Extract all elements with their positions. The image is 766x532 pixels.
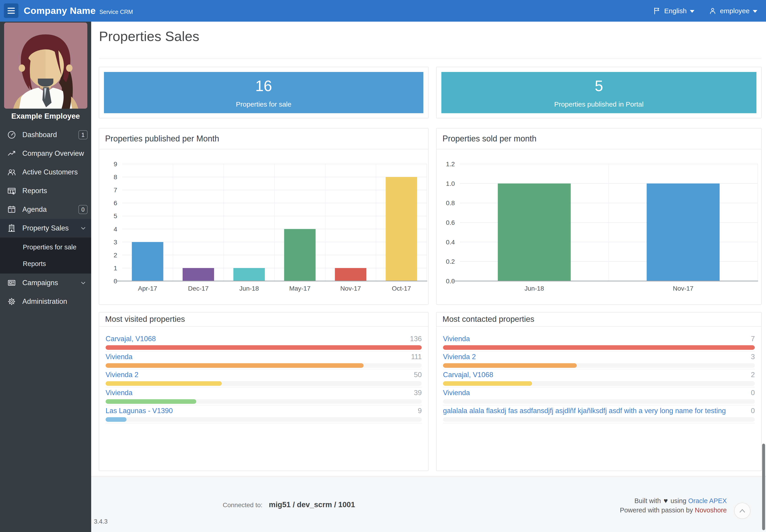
sidebar-nav: Dashboard1Company OverviewActive Custome…: [0, 125, 91, 311]
svg-text:Jun-18: Jun-18: [240, 285, 259, 292]
svg-text:May-17: May-17: [289, 285, 311, 292]
sidebar-item-label: Administration: [22, 297, 67, 306]
list-item-header: Carvajal, V10682: [443, 369, 755, 379]
progress-track: [443, 417, 755, 422]
sidebar-item-campaigns[interactable]: Campaigns: [0, 274, 91, 292]
page-scrollbar[interactable]: [762, 444, 765, 530]
property-link[interactable]: Vivienda: [443, 335, 470, 343]
list-item-header: Vivienda7: [443, 333, 755, 343]
bar-Nov-17: [647, 184, 720, 281]
hamburger-icon: [8, 8, 15, 9]
chart-title: Properties published per Month: [99, 128, 428, 149]
property-link[interactable]: Carvajal, V1068: [105, 335, 156, 343]
scroll-to-top-button[interactable]: [734, 503, 751, 519]
property-link[interactable]: Carvajal, V1068: [443, 371, 493, 379]
calendar-icon: 1: [7, 205, 16, 214]
progress-fill: [105, 417, 126, 422]
list-item-header: Carvajal, V1068136: [105, 333, 422, 343]
app-header: Company Name Service CRM English employe…: [0, 0, 766, 22]
svg-text:0.4: 0.4: [446, 239, 455, 246]
list-item-header: Vivienda111: [105, 351, 422, 361]
progress-track: [105, 345, 422, 350]
report-icon: [7, 186, 16, 196]
progress-fill: [105, 399, 196, 404]
list-item: Vivienda 23: [443, 351, 755, 369]
progress-track: [443, 345, 755, 350]
sidebar-item-active-customers[interactable]: Active Customers: [0, 163, 91, 182]
avatar: [4, 23, 87, 109]
bar-Dec-17: [182, 268, 214, 281]
sidebar-item-property-sales[interactable]: Property Sales: [0, 219, 91, 238]
powered-by-line: Powered with passion by Novoshore: [620, 506, 727, 515]
avatar-illustration: [4, 23, 87, 109]
progress-track: [105, 381, 422, 386]
property-count: 39: [414, 389, 422, 397]
sidebar-item-company-overview[interactable]: Company Overview: [0, 144, 91, 163]
list-item: Vivienda 250: [105, 369, 422, 387]
svg-text:Apr-17: Apr-17: [138, 285, 157, 292]
svg-text:Nov-17: Nov-17: [673, 285, 693, 292]
sidebar-item-administration[interactable]: Administration: [0, 292, 91, 311]
list-item: Vivienda7: [443, 333, 755, 351]
newspaper-icon: [7, 278, 16, 288]
sidebar-item-dashboard[interactable]: Dashboard1: [0, 125, 91, 144]
property-link[interactable]: Las Lagunas - V1390: [105, 407, 173, 415]
progress-fill: [105, 363, 364, 368]
list-panel-most-contacted: Most contacted properties Vivienda7Vivie…: [436, 312, 762, 471]
credits: Built with ♥ using Oracle APEX Powered w…: [620, 496, 727, 515]
flag-icon: [653, 7, 661, 15]
property-link[interactable]: Vivienda 2: [105, 371, 138, 379]
building-icon: [7, 223, 16, 233]
svg-text:7: 7: [113, 187, 117, 194]
sidebar-toggle-button[interactable]: [4, 3, 18, 18]
language-label: English: [664, 7, 687, 15]
built-with-line: Built with ♥ using Oracle APEX: [620, 496, 727, 506]
svg-text:3: 3: [113, 239, 117, 246]
brand: Company Name Service CRM: [24, 0, 133, 22]
user-menu[interactable]: employee: [709, 7, 757, 15]
property-link[interactable]: galalala alala flaskdj fas asdfansdjfj a…: [443, 407, 726, 415]
property-count: 136: [410, 335, 422, 343]
bar-May-17: [284, 229, 316, 281]
sidebar-item-label: Company Overview: [22, 149, 84, 158]
badge: 0: [78, 205, 87, 214]
stat-label: Properties published in Portal: [554, 100, 644, 108]
bar-chart-sold: 0.00.20.40.60.81.01.2Jun-18Nov-17: [437, 149, 761, 304]
property-link[interactable]: Vivienda 2: [443, 353, 476, 361]
bar-Jun-18: [498, 184, 571, 281]
stat-card-properties-for-sale: 16 Properties for sale: [99, 67, 429, 118]
progress-track: [105, 363, 422, 368]
sidebar: Example Employee Dashboard1Company Overv…: [0, 22, 91, 532]
app-footer: Connected to: mig51 / dev_scrm / 1001 Bu…: [91, 476, 766, 532]
chart-title: Properties sold per month: [437, 128, 761, 149]
chart-panel-published-per-month: Properties published per Month 012345678…: [99, 128, 429, 305]
sidebar-item-label: Active Customers: [22, 168, 78, 176]
submenu-item-properties-for-sale[interactable]: Properties for sale: [0, 239, 91, 256]
bar-chart-published: 0123456789Apr-17Dec-17Jun-18May-17Nov-17…: [99, 149, 428, 304]
bar-Apr-17: [132, 242, 163, 281]
language-menu[interactable]: English: [653, 7, 694, 15]
main-content: Properties Sales 16 Properties for sale …: [91, 22, 766, 532]
list-title: Most visited properties: [99, 312, 428, 327]
chevron-up-icon: [738, 506, 747, 515]
sidebar-item-label: Campaigns: [22, 279, 58, 287]
chevron-down-icon: [753, 10, 757, 13]
svg-text:6: 6: [113, 199, 117, 207]
progress-fill: [443, 381, 532, 386]
bar-Jun-18: [234, 268, 265, 281]
list-panel-most-visited: Most visited properties Carvajal, V10681…: [99, 312, 429, 471]
svg-text:1: 1: [113, 265, 117, 272]
property-link[interactable]: Vivienda: [105, 353, 132, 361]
progress-fill: [105, 345, 422, 350]
novoshore-link[interactable]: Novoshore: [695, 506, 727, 514]
sidebar-item-reports[interactable]: Reports: [0, 182, 91, 200]
brand-name: Company Name: [24, 5, 96, 16]
user-icon: [709, 7, 717, 15]
page-title: Properties Sales: [99, 28, 199, 44]
oracle-apex-link[interactable]: Oracle APEX: [688, 497, 727, 504]
submenu-item-reports[interactable]: Reports: [0, 256, 91, 272]
sidebar-item-agenda[interactable]: 1Agenda0: [0, 200, 91, 219]
list-item: Las Lagunas - V13909: [105, 405, 422, 423]
property-link[interactable]: Vivienda: [105, 389, 132, 397]
property-link[interactable]: Vivienda: [443, 389, 470, 397]
